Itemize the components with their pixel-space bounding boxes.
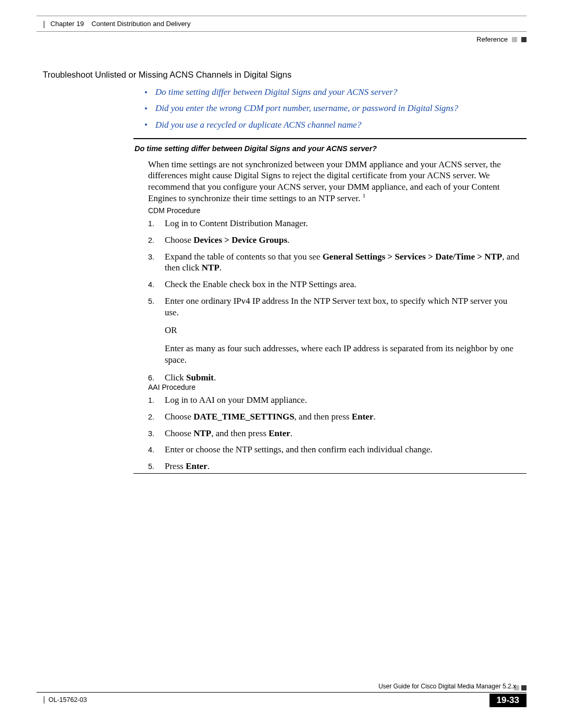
- step-text: Press Enter.: [165, 461, 521, 472]
- subsection-heading: Do time setting differ between Digital S…: [134, 144, 377, 153]
- decor-square-icon: [521, 37, 527, 42]
- doc-id: OL-15762-03: [44, 696, 87, 704]
- footer-rule: [36, 692, 527, 693]
- or-separator: OR: [165, 325, 521, 336]
- decor-square-icon: [521, 685, 527, 690]
- step-text: Log in to Content Distribution Manager.: [165, 218, 521, 229]
- cdm-procedure: CDM Procedure 1.Log in to Content Distri…: [148, 206, 521, 389]
- book-title: User Guide for Cisco Digital Media Manag…: [378, 683, 516, 690]
- xref-link[interactable]: Do time setting differ between Digital S…: [155, 87, 397, 97]
- step-text: Choose DATE_TIME_SETTINGS, and then pres…: [165, 411, 521, 423]
- step-text: Enter as many as four such addresses, wh…: [165, 343, 521, 366]
- xref-link-list: Do time setting differ between Digital S…: [145, 84, 521, 133]
- aai-procedure: AAI Procedure 1.Log in to AAI on your DM…: [148, 383, 521, 477]
- procedure-label: CDM Procedure: [148, 206, 521, 215]
- step-text: Enter one ordinary IPv4 IP address In th…: [165, 295, 521, 318]
- step-text: Choose NTP, and then press Enter.: [165, 428, 521, 439]
- section-end-rule: [133, 473, 527, 474]
- header-rule: [36, 16, 527, 16]
- step-text: Log in to AAI on your DMM appliance.: [165, 394, 521, 406]
- xref-link[interactable]: Did you use a recycled or duplicate ACNS…: [155, 120, 361, 130]
- step-text: Click Submit.: [165, 372, 521, 384]
- step-text: Enter or choose the NTP settings, and th…: [165, 444, 521, 455]
- step-text: Check the Enable check box in the NTP Se…: [165, 279, 521, 290]
- footnote-marker: 1: [363, 192, 366, 199]
- decor-square-icon: [512, 37, 517, 42]
- chapter-label: Chapter 19: [51, 20, 84, 28]
- xref-link[interactable]: Did you enter the wrong CDM port number,…: [155, 103, 458, 113]
- page-title: Troubleshoot Unlisted or Missing ACNS Ch…: [43, 70, 291, 80]
- body-paragraph: When time settings are not synchronized …: [148, 159, 521, 204]
- section-header: Reference: [476, 35, 527, 43]
- running-header: Chapter 19 Content Distribution and Deli…: [44, 20, 527, 28]
- step-text: Choose Devices > Device Groups.: [165, 235, 521, 246]
- section-label: Reference: [476, 35, 508, 43]
- chapter-title: Content Distribution and Delivery: [91, 20, 190, 28]
- subheader-rule: [36, 31, 527, 32]
- section-rule: [133, 138, 527, 139]
- procedure-label: AAI Procedure: [148, 383, 521, 391]
- step-text: Expand the table of contents so that you…: [165, 251, 521, 274]
- page-number: 19-33: [489, 694, 527, 707]
